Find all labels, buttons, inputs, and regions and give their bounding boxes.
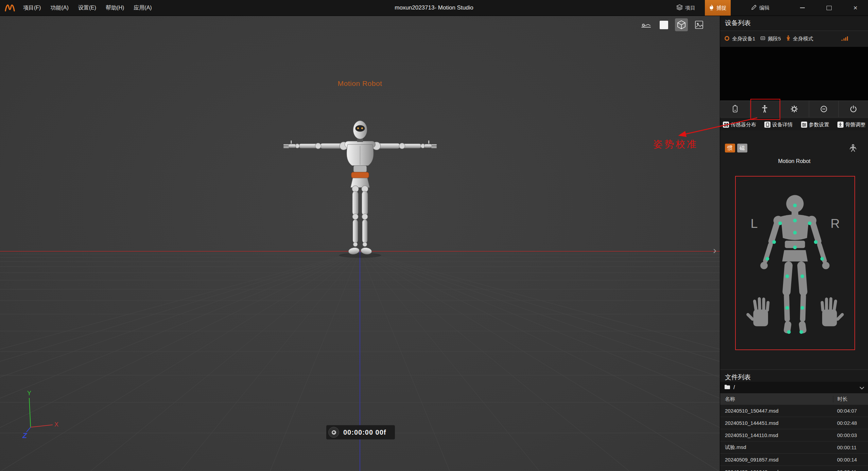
- mode-project-button[interactable]: 项目: [672, 0, 699, 16]
- settings-button[interactable]: [780, 101, 809, 117]
- file-name: 20240509_091857.msd: [720, 457, 833, 463]
- app-window: { "app": { "title": "moxun2023713- Motio…: [0, 0, 868, 471]
- menubar: 项目(F) 功能(A) 设置(E) 帮助(H) 应用(A): [18, 0, 157, 16]
- annotation-highlight-box: [750, 99, 780, 120]
- pencil-icon: [751, 4, 757, 11]
- axis-x-label: X: [54, 421, 58, 428]
- axis-z-label: Z: [22, 431, 28, 440]
- file-name: 20240510_144451.msd: [720, 420, 833, 426]
- annotation-text: 姿势校准: [653, 138, 698, 151]
- viewport-robot-label: Motion Robot: [0, 79, 720, 88]
- device-row[interactable]: 全身设备1 频段5 全身模式: [720, 32, 868, 46]
- timecode-bar: 00:00:00 00f: [326, 425, 395, 439]
- chevron-down-icon[interactable]: [860, 385, 864, 391]
- device-panel-spacer: [720, 47, 868, 101]
- file-duration: 00:04:07: [833, 408, 868, 414]
- file-list-title: 文件列表: [720, 373, 751, 382]
- band-icon: [760, 36, 765, 42]
- folder-icon: [724, 384, 730, 391]
- sensor-device-button[interactable]: [720, 101, 750, 117]
- file-row[interactable]: 20240423_101646.msd 00:00:11: [720, 466, 868, 471]
- device-tabs: 传感器分布 设备详情 参数设置 骨骼调整: [720, 119, 868, 130]
- sensor-toggle-row: 惯 磁: [720, 143, 868, 153]
- stop-view-button[interactable]: [657, 18, 670, 31]
- mode-switcher: 项目 捕捉 编辑: [672, 0, 774, 16]
- cube-icon: [677, 20, 685, 29]
- menu-help[interactable]: 帮助(H): [101, 0, 129, 16]
- file-name: 试验.msd: [720, 444, 833, 451]
- parameter-settings-icon: [801, 122, 807, 128]
- file-row[interactable]: 20240509_091857.msd 00:00:14: [720, 454, 868, 466]
- cube-view-button[interactable]: [675, 18, 688, 31]
- column-duration: 时长: [833, 396, 868, 402]
- fullbody-person-icon: [786, 35, 791, 42]
- maximize-button[interactable]: [825, 4, 833, 12]
- file-duration: 00:00:14: [833, 457, 868, 463]
- device-toolbar: [720, 101, 868, 117]
- sensor-distribution-icon: [723, 122, 729, 128]
- mode-edit-label: 编辑: [759, 5, 769, 11]
- tab-sensor-distribution[interactable]: 传感器分布: [723, 122, 756, 128]
- magnetic-toggle[interactable]: 磁: [737, 144, 747, 152]
- device-list-header: 设备列表: [720, 16, 868, 31]
- file-duration: 00:00:03: [833, 432, 868, 438]
- minimize-button[interactable]: [799, 4, 806, 12]
- mode-edit-button[interactable]: 编辑: [747, 0, 774, 16]
- device-status-icon: [724, 36, 730, 42]
- menu-app[interactable]: 应用(A): [129, 0, 156, 16]
- menu-settings[interactable]: 设置(E): [73, 0, 101, 16]
- viewport-3d[interactable]: Motion Robot: [0, 16, 720, 471]
- power-button[interactable]: [839, 101, 868, 117]
- file-table-header: 名称 时长: [720, 393, 868, 405]
- device-details-icon: [764, 122, 770, 128]
- tab-parameter-settings[interactable]: 参数设置: [801, 122, 829, 128]
- record-button[interactable]: [328, 427, 339, 438]
- tab-label: 设备详情: [772, 122, 793, 128]
- record-icon: [332, 430, 336, 435]
- viewport-toolbar: [640, 18, 706, 31]
- tab-label: 传感器分布: [731, 122, 756, 128]
- file-list: 20240510_150447.msd 00:04:07 20240510_14…: [720, 405, 868, 471]
- disconnect-button[interactable]: [809, 101, 839, 117]
- file-duration: 00:02:48: [833, 420, 868, 426]
- file-row[interactable]: 20240510_144110.msd 00:00:03: [720, 429, 868, 441]
- tab-label: 参数设置: [809, 122, 829, 128]
- device-name: 全身设备1: [732, 36, 755, 42]
- mode-capture-button[interactable]: 捕捉: [705, 0, 731, 16]
- column-name: 名称: [720, 396, 833, 402]
- flame-icon: [709, 4, 714, 12]
- mode-project-label: 项目: [685, 5, 695, 11]
- white-square-icon: [660, 21, 668, 29]
- skeleton-adjust-icon: [837, 122, 844, 128]
- scene-capture-button[interactable]: [693, 18, 706, 31]
- minus-circle-icon: [820, 105, 828, 113]
- robot-figure[interactable]: [283, 119, 437, 265]
- window-title: moxun2023713- Motion Studio: [395, 4, 473, 11]
- mode-capture-label: 捕捉: [716, 5, 727, 11]
- device-list-title: 设备列表: [720, 19, 751, 28]
- folder-path: /: [733, 384, 735, 391]
- file-row[interactable]: 20240510_144451.msd 00:02:48: [720, 417, 868, 429]
- tab-device-details[interactable]: 设备详情: [764, 122, 793, 128]
- folder-path-row[interactable]: /: [720, 382, 868, 393]
- file-row[interactable]: 试验.msd 00:00:11: [720, 441, 868, 454]
- file-name: 20240423_101646.msd: [720, 469, 833, 471]
- axis-gizmo: Y X Z: [14, 389, 61, 443]
- body-left-label: L: [751, 216, 758, 231]
- pose-reset-button[interactable]: [640, 18, 653, 31]
- menu-project[interactable]: 项目(F): [18, 0, 46, 16]
- app-logo-icon: [5, 4, 15, 12]
- panel-collapse-handle[interactable]: ›: [713, 245, 716, 255]
- right-panel: 设备列表 全身设备1 频段5 全身模式: [720, 16, 868, 471]
- tab-skeleton-adjust[interactable]: 骨骼调整: [837, 122, 866, 128]
- sensor-body-diagram[interactable]: L R: [735, 176, 855, 350]
- body-right-label: R: [831, 216, 840, 231]
- window-controls: ✕: [799, 0, 868, 16]
- gear-icon: [791, 105, 798, 113]
- inertial-toggle[interactable]: 惯: [725, 144, 735, 152]
- file-row[interactable]: 20240510_150447.msd 00:04:07: [720, 405, 868, 417]
- skeleton-view-button[interactable]: [848, 144, 858, 152]
- close-button[interactable]: ✕: [852, 4, 859, 12]
- lying-person-icon: [641, 21, 651, 29]
- menu-function[interactable]: 功能(A): [46, 0, 73, 16]
